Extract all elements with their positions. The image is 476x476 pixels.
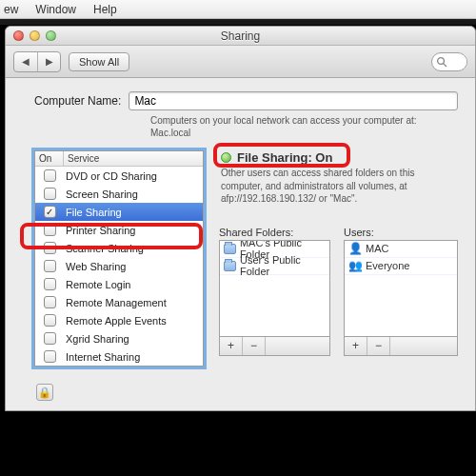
service-checkbox[interactable] bbox=[44, 188, 56, 200]
search-field[interactable] bbox=[431, 52, 467, 71]
col-service[interactable]: Service bbox=[64, 151, 203, 166]
service-row[interactable]: Remote Management bbox=[35, 293, 203, 311]
service-label: Xgrid Sharing bbox=[64, 333, 203, 345]
group-icon: 👥 bbox=[348, 259, 362, 272]
user-name: Everyone bbox=[366, 260, 409, 271]
service-checkbox[interactable] bbox=[44, 224, 56, 236]
status-description: Other users can access shared folders on… bbox=[221, 167, 458, 206]
service-checkbox[interactable] bbox=[44, 169, 56, 182]
desktop-background bbox=[0, 19, 476, 25]
service-row[interactable]: ✓File Sharing bbox=[35, 203, 203, 221]
status-title: File Sharing: On bbox=[237, 150, 332, 165]
prefs-window: Sharing ◀ ▶ Show All Computer Name: Comp… bbox=[5, 26, 476, 411]
service-label: Printer Sharing bbox=[64, 225, 203, 236]
service-checkbox[interactable] bbox=[44, 350, 56, 363]
computer-name-label: Computer Name: bbox=[34, 94, 121, 108]
folder-name: User's Public Folder bbox=[240, 254, 326, 277]
service-row[interactable]: Printer Sharing bbox=[35, 221, 203, 239]
nav-back-forward: ◀ ▶ bbox=[13, 51, 61, 72]
service-label: Remote Login bbox=[64, 279, 203, 290]
back-button[interactable]: ◀ bbox=[14, 52, 37, 71]
toolbar: ◀ ▶ Show All bbox=[6, 46, 475, 78]
services-header: On Service bbox=[35, 151, 203, 167]
users-box: Users: 👤MAC👥Everyone + − bbox=[344, 227, 458, 356]
users-toolbar: + − bbox=[344, 337, 458, 356]
folder-icon bbox=[224, 261, 236, 271]
computer-name-row: Computer Name: bbox=[34, 91, 458, 110]
service-label: Remote Apple Events bbox=[64, 315, 203, 327]
search-icon bbox=[436, 56, 447, 68]
users-label: Users: bbox=[344, 227, 458, 238]
lock-icon: 🔒 bbox=[38, 387, 51, 399]
status-row: File Sharing: On bbox=[221, 150, 458, 165]
service-checkbox[interactable] bbox=[44, 242, 56, 254]
service-checkbox[interactable] bbox=[44, 332, 56, 345]
service-row[interactable]: Screen Sharing bbox=[35, 185, 203, 203]
lock-button[interactable]: 🔒 bbox=[36, 384, 53, 401]
detail-pane: File Sharing: On Other users can access … bbox=[219, 150, 458, 356]
service-label: Web Sharing bbox=[64, 261, 203, 272]
service-label: Remote Management bbox=[64, 297, 203, 308]
status-indicator-icon bbox=[221, 152, 231, 163]
service-checkbox[interactable] bbox=[44, 260, 56, 272]
window-title: Sharing bbox=[6, 30, 475, 43]
service-checkbox[interactable] bbox=[44, 278, 56, 290]
service-label: Screen Sharing bbox=[64, 188, 203, 200]
svg-point-0 bbox=[438, 57, 445, 64]
service-label: File Sharing bbox=[64, 207, 203, 218]
menubar-item[interactable]: ew bbox=[4, 3, 18, 16]
content-area: Computer Name: Computers on your local n… bbox=[6, 78, 475, 410]
menubar-item[interactable]: Window bbox=[35, 3, 76, 16]
service-row[interactable]: Web Sharing bbox=[35, 257, 203, 275]
service-label: Scanner Sharing bbox=[64, 243, 203, 254]
users-list[interactable]: 👤MAC👥Everyone bbox=[344, 240, 458, 337]
service-row[interactable]: Internet Sharing bbox=[35, 347, 203, 366]
service-checkbox[interactable]: ✓ bbox=[44, 206, 56, 218]
shared-folders-box: Shared Folders: MAC's Public FolderUser'… bbox=[219, 227, 330, 356]
service-row[interactable]: Remote Apple Events bbox=[35, 311, 203, 329]
search-input[interactable] bbox=[447, 55, 466, 69]
menubar: ew Window Help bbox=[0, 0, 476, 19]
user-item[interactable]: 👤MAC bbox=[345, 241, 457, 258]
menubar-item[interactable]: Help bbox=[93, 3, 117, 16]
forward-button[interactable]: ▶ bbox=[37, 52, 60, 71]
service-row[interactable]: Scanner Sharing bbox=[35, 239, 203, 257]
service-row[interactable]: DVD or CD Sharing bbox=[35, 167, 203, 185]
add-user-button[interactable]: + bbox=[345, 337, 367, 355]
service-label: DVD or CD Sharing bbox=[64, 170, 203, 182]
lock-row: 🔒 bbox=[34, 384, 458, 401]
shared-folders-toolbar: + − bbox=[219, 337, 330, 356]
svg-line-1 bbox=[444, 63, 446, 66]
service-checkbox[interactable] bbox=[44, 296, 56, 308]
service-label: Internet Sharing bbox=[64, 351, 203, 363]
service-row[interactable]: Xgrid Sharing bbox=[35, 329, 203, 347]
titlebar[interactable]: Sharing bbox=[6, 27, 475, 46]
user-name: MAC bbox=[366, 243, 388, 254]
user-item[interactable]: 👥Everyone bbox=[345, 258, 457, 275]
shared-folders-list[interactable]: MAC's Public FolderUser's Public Folder bbox=[219, 240, 330, 337]
shared-folder-item[interactable]: User's Public Folder bbox=[220, 258, 329, 275]
remove-user-button[interactable]: − bbox=[367, 337, 390, 355]
folder-icon bbox=[224, 244, 236, 254]
add-folder-button[interactable]: + bbox=[220, 337, 243, 355]
computer-name-hint: Computers on your local network can acce… bbox=[150, 114, 458, 139]
service-checkbox[interactable] bbox=[44, 314, 56, 327]
user-icon: 👤 bbox=[348, 242, 362, 255]
service-row[interactable]: Remote Login bbox=[35, 275, 203, 293]
shared-folders-label: Shared Folders: bbox=[219, 227, 330, 238]
remove-folder-button[interactable]: − bbox=[243, 337, 266, 355]
services-list[interactable]: On Service DVD or CD SharingScreen Shari… bbox=[34, 150, 204, 367]
col-on[interactable]: On bbox=[35, 151, 64, 166]
show-all-button[interactable]: Show All bbox=[69, 52, 129, 71]
computer-name-field[interactable] bbox=[129, 91, 458, 110]
